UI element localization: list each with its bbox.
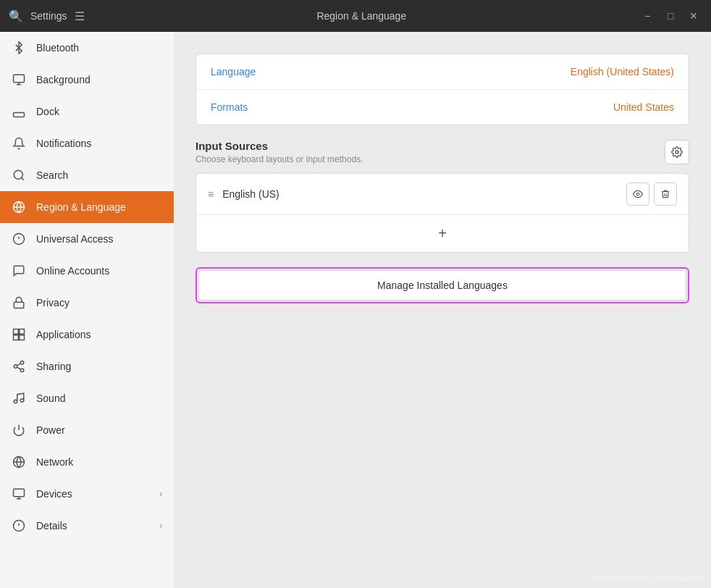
language-label: Language — [211, 66, 256, 77]
sidebar-item-power[interactable]: Power — [0, 414, 174, 446]
menu-icon[interactable]: ☰ — [75, 9, 85, 23]
maximize-button[interactable]: □ — [662, 7, 679, 25]
sidebar-item-background[interactable]: Background — [0, 64, 174, 96]
sidebar-label-online-accounts: Online Accounts — [36, 265, 162, 277]
content-panel: Language English (United States) Formats… — [174, 32, 711, 588]
sidebar-label-dock: Dock — [36, 106, 162, 117]
devices-icon — [12, 487, 26, 501]
input-sources-subtitle: Choose keyboard layouts or input methods… — [195, 154, 363, 164]
input-source-english-us-row: ≡ English (US) — [196, 174, 689, 215]
svg-rect-0 — [14, 75, 25, 83]
svg-rect-16 — [20, 329, 25, 335]
sidebar-label-privacy: Privacy — [36, 297, 162, 308]
formats-label: Formats — [211, 101, 248, 113]
svg-point-21 — [20, 369, 24, 372]
drag-handle-icon[interactable]: ≡ — [208, 188, 214, 200]
sidebar-label-background: Background — [36, 74, 162, 85]
dock-icon — [12, 104, 26, 119]
sidebar-label-network: Network — [36, 456, 162, 468]
sidebar-item-notifications[interactable]: Notifications — [0, 127, 174, 159]
sound-icon — [12, 391, 26, 406]
sidebar-item-network[interactable]: Network — [0, 446, 174, 478]
universal-access-icon — [12, 232, 26, 246]
sidebar-label-applications: Applications — [36, 329, 162, 340]
titlebar: 🔍 Settings ☰ Region & Language − □ ✕ — [0, 0, 711, 32]
region-icon — [12, 200, 26, 214]
power-icon — [12, 423, 26, 437]
add-input-source-row[interactable]: + — [196, 215, 689, 252]
sidebar-item-privacy[interactable]: Privacy — [0, 287, 174, 319]
svg-point-7 — [14, 170, 22, 179]
svg-rect-29 — [14, 489, 25, 497]
input-source-actions — [626, 182, 677, 206]
input-source-name: English (US) — [222, 188, 626, 200]
sidebar-item-universal-access[interactable]: Universal Access — [0, 223, 174, 255]
svg-rect-15 — [14, 329, 19, 335]
sidebar-item-region-language[interactable]: Region & Language — [0, 191, 174, 223]
gear-icon — [671, 146, 683, 158]
svg-point-25 — [20, 399, 24, 403]
sidebar-label-notifications: Notifications — [36, 138, 162, 149]
applications-icon — [12, 327, 26, 342]
svg-point-24 — [14, 400, 17, 403]
svg-rect-14 — [14, 302, 24, 308]
main-area: Bluetooth Background Dock — [0, 32, 711, 588]
sidebar: Bluetooth Background Dock — [0, 32, 174, 588]
sidebar-item-dock[interactable]: Dock — [0, 96, 174, 127]
sidebar-item-bluetooth[interactable]: Bluetooth — [0, 32, 174, 64]
input-sources-header: Input Sources Choose keyboard layouts or… — [195, 140, 689, 164]
manage-installed-languages-button[interactable]: Manage Installed Languages — [198, 270, 686, 301]
sidebar-label-power: Power — [36, 424, 162, 436]
language-formats-card: Language English (United States) Formats… — [195, 54, 689, 125]
sidebar-label-search: Search — [36, 169, 162, 181]
formats-value: United States — [613, 101, 674, 113]
input-sources-title-group: Input Sources Choose keyboard layouts or… — [195, 140, 363, 164]
sidebar-label-region-language: Region & Language — [36, 201, 162, 213]
search-sidebar-icon — [12, 168, 26, 182]
svg-line-23 — [17, 364, 20, 366]
background-icon — [12, 72, 26, 87]
search-icon[interactable]: 🔍 — [9, 9, 23, 23]
window-title: Region & Language — [316, 10, 406, 22]
input-sources-gear-button[interactable] — [665, 140, 689, 164]
app-name: Settings — [30, 10, 67, 22]
svg-line-22 — [17, 367, 20, 369]
eye-icon — [633, 189, 643, 199]
sidebar-label-bluetooth: Bluetooth — [36, 42, 162, 54]
sidebar-item-details[interactable]: Details › — [0, 510, 174, 542]
sidebar-item-sound[interactable]: Sound — [0, 382, 174, 414]
titlebar-left: 🔍 Settings ☰ — [9, 9, 85, 23]
minimize-button[interactable]: − — [639, 7, 656, 25]
sidebar-label-universal-access: Universal Access — [36, 233, 162, 245]
add-icon: + — [438, 225, 447, 242]
svg-point-36 — [636, 193, 639, 196]
preview-button[interactable] — [626, 182, 649, 206]
language-value: English (United States) — [571, 66, 674, 77]
input-source-card: ≡ English (US) + — [195, 173, 689, 253]
svg-rect-18 — [20, 335, 25, 340]
svg-point-19 — [20, 361, 24, 365]
sidebar-label-devices: Devices — [36, 488, 149, 500]
window-controls: − □ ✕ — [639, 7, 702, 25]
trash-icon — [660, 189, 670, 199]
bluetooth-icon — [12, 41, 26, 55]
close-button[interactable]: ✕ — [685, 7, 702, 25]
svg-rect-17 — [14, 335, 19, 340]
svg-point-35 — [676, 151, 678, 154]
devices-chevron: › — [159, 489, 162, 499]
sidebar-item-sharing[interactable]: Sharing — [0, 350, 174, 382]
svg-rect-3 — [14, 113, 25, 117]
sidebar-item-online-accounts[interactable]: Online Accounts — [0, 255, 174, 287]
online-accounts-icon — [12, 264, 26, 278]
privacy-icon — [12, 295, 26, 310]
sidebar-item-devices[interactable]: Devices › — [0, 478, 174, 510]
sidebar-label-sharing: Sharing — [36, 361, 162, 372]
delete-button[interactable] — [654, 182, 677, 206]
language-row[interactable]: Language English (United States) — [196, 54, 689, 89]
network-icon — [12, 455, 26, 469]
sidebar-item-applications[interactable]: Applications — [0, 319, 174, 350]
sidebar-item-search[interactable]: Search — [0, 159, 174, 191]
details-icon — [12, 518, 26, 533]
formats-row[interactable]: Formats United States — [196, 89, 689, 125]
svg-point-20 — [14, 365, 17, 369]
